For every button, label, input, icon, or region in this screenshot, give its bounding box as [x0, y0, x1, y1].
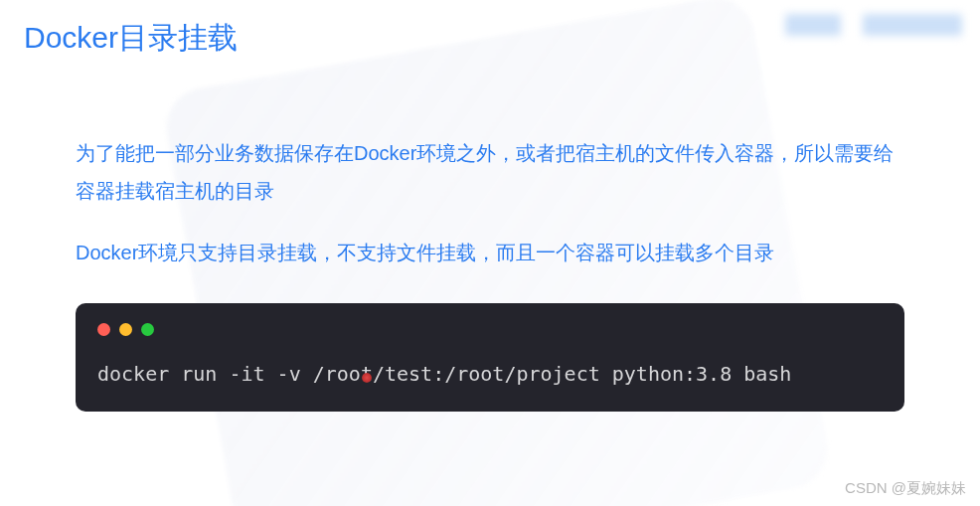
- top-right-blurred-area: [785, 14, 962, 36]
- terminal-container: docker run -it -v /root/test:/root/proje…: [0, 295, 980, 412]
- paragraphs-container: 为了能把一部分业务数据保存在Docker环境之外，或者把宿主机的文件传入容器，所…: [0, 59, 980, 271]
- terminal-command: docker run -it -v /root/test:/root/proje…: [97, 362, 883, 386]
- window-controls: [97, 323, 883, 336]
- paragraph-1: 为了能把一部分业务数据保存在Docker环境之外，或者把宿主机的文件传入容器，所…: [76, 134, 904, 210]
- terminal-window: docker run -it -v /root/test:/root/proje…: [76, 303, 904, 412]
- paragraph-2: Docker环境只支持目录挂载，不支持文件挂载，而且一个容器可以挂载多个目录: [76, 234, 904, 271]
- watermark-text: CSDN @夏婉妹妹: [845, 479, 966, 498]
- blurred-box-2: [863, 14, 962, 36]
- cursor-highlight-icon: [362, 373, 372, 383]
- close-dot-icon: [97, 323, 110, 336]
- minimize-dot-icon: [119, 323, 132, 336]
- content-area: Docker目录挂载 为了能把一部分业务数据保存在Docker环境之外，或者把宿…: [0, 0, 980, 412]
- maximize-dot-icon: [141, 323, 154, 336]
- blurred-box-1: [785, 14, 841, 36]
